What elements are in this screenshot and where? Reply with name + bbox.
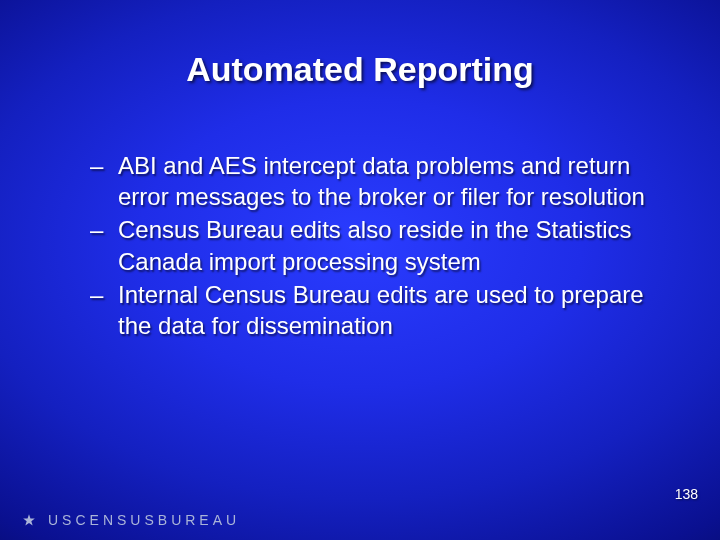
star-icon <box>22 513 36 527</box>
bullet-dash: – <box>90 214 103 245</box>
bullet-item: – Internal Census Bureau edits are used … <box>90 279 650 341</box>
bullet-text: ABI and AES intercept data problems and … <box>118 152 645 210</box>
slide: Automated Reporting – ABI and AES interc… <box>0 0 720 540</box>
bullet-text: Census Bureau edits also reside in the S… <box>118 216 632 274</box>
bullet-item: – ABI and AES intercept data problems an… <box>90 150 650 212</box>
page-number: 138 <box>675 486 698 502</box>
census-logo: USCENSUSBUREAU <box>22 512 240 528</box>
bullet-item: – Census Bureau edits also reside in the… <box>90 214 650 276</box>
bullet-dash: – <box>90 279 103 310</box>
bullet-dash: – <box>90 150 103 181</box>
slide-title: Automated Reporting <box>0 50 720 89</box>
bullet-text: Internal Census Bureau edits are used to… <box>118 281 644 339</box>
logo-text: USCENSUSBUREAU <box>48 512 240 528</box>
slide-body: – ABI and AES intercept data problems an… <box>90 150 650 343</box>
